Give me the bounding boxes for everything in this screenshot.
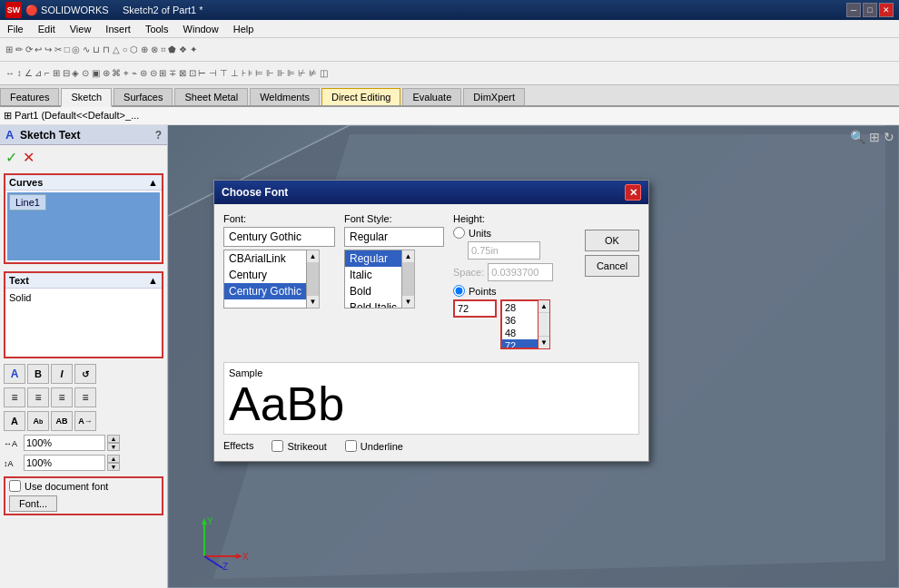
breadcrumb-text: ⊞ Part1 (Default<<Default>_...: [4, 110, 139, 122]
style-scroll-thumb: [402, 263, 414, 295]
subscript-button[interactable]: Ab: [27, 411, 49, 431]
italic-button[interactable]: I: [51, 364, 73, 384]
menu-tools[interactable]: Tools: [138, 20, 176, 37]
tab-weldments[interactable]: Weldments: [250, 88, 320, 105]
menu-view[interactable]: View: [63, 20, 99, 37]
curves-item[interactable]: Line1: [9, 194, 46, 211]
width-up-button[interactable]: ▲: [107, 435, 120, 443]
menu-insert[interactable]: Insert: [98, 20, 138, 37]
style-display[interactable]: Regular: [344, 227, 444, 247]
help-icon[interactable]: ?: [155, 129, 162, 142]
align-right-button[interactable]: ≡: [51, 387, 73, 407]
font-list-scrollbar[interactable]: ▲ ▼: [307, 250, 320, 309]
title-bar: SW 🔴 SOLIDWORKS Sketch2 of Part1 * ─ □ ✕: [0, 0, 899, 20]
viewport: X Y Z 🔍 ⊞ ↻ Choose Font ✕: [168, 125, 899, 588]
close-button[interactable]: ✕: [879, 3, 894, 17]
menu-edit[interactable]: Edit: [31, 20, 63, 37]
style-list-scrollbar[interactable]: ▲ ▼: [402, 250, 415, 309]
minimize-button[interactable]: ─: [846, 3, 861, 17]
ok-button[interactable]: OK: [585, 230, 639, 251]
width-icon: ↔A: [4, 437, 22, 448]
font-column: Font: Century Gothic CBArialLink Century…: [223, 213, 335, 355]
cancel-x[interactable]: ✕: [23, 149, 35, 166]
font-scroll-up[interactable]: ▲: [307, 250, 319, 263]
font-options-section: Use document font Font...: [4, 476, 163, 515]
units-radio[interactable]: [453, 227, 465, 239]
align-center-button[interactable]: ≡: [27, 387, 49, 407]
height-spinner[interactable]: ▲ ▼: [107, 455, 120, 471]
points-scroll-down[interactable]: ▼: [538, 336, 549, 348]
strikeout-checkbox[interactable]: [272, 440, 283, 452]
width-spinner[interactable]: ▲ ▼: [107, 435, 120, 451]
dialog-title-bar: Choose Font ✕: [214, 181, 648, 204]
window-controls[interactable]: ─ □ ✕: [846, 3, 894, 17]
width-input[interactable]: [24, 435, 105, 451]
cancel-button[interactable]: Cancel: [585, 255, 639, 277]
use-doc-font-label: Use document font: [25, 481, 108, 492]
strikeout-label: Strikeout: [287, 441, 326, 452]
tab-surfaces[interactable]: Surfaces: [114, 88, 173, 105]
text-arrow-button[interactable]: A→: [74, 411, 96, 431]
text-collapse-icon[interactable]: ▲: [148, 275, 158, 286]
underline-checkbox[interactable]: [345, 440, 357, 452]
style-italic[interactable]: Italic: [345, 267, 401, 283]
text-size-btn[interactable]: A: [4, 411, 25, 431]
text-content-area[interactable]: Solid: [5, 289, 162, 357]
align-left-button[interactable]: ≡: [4, 387, 25, 407]
space-input[interactable]: [488, 263, 553, 281]
sample-area: Sample AaBb: [223, 362, 639, 435]
menu-file[interactable]: File: [0, 20, 31, 37]
ok-checkmark[interactable]: ✓: [5, 149, 17, 166]
style-scroll-up[interactable]: ▲: [402, 250, 414, 263]
points-scrollbar[interactable]: ▲ ▼: [538, 299, 550, 349]
tab-direct-editing[interactable]: Direct Editing: [321, 88, 400, 105]
tab-evaluate[interactable]: Evaluate: [402, 88, 461, 105]
rotate-button[interactable]: ↺: [74, 364, 96, 384]
font-list[interactable]: CBArialLink Century Century Gothic: [223, 250, 307, 309]
units-input[interactable]: [468, 241, 540, 260]
bold-button[interactable]: B: [27, 364, 49, 384]
style-list[interactable]: Regular Italic Bold Bold Italic: [344, 250, 402, 309]
font-list-item-cbariallink[interactable]: CBArialLink: [224, 250, 306, 267]
tab-bar: Features Sketch Surfaces Sheet Metal Wel…: [0, 85, 899, 107]
menu-bar: File Edit View Insert Tools Window Help: [0, 20, 899, 38]
curves-collapse-icon[interactable]: ▲: [148, 177, 158, 188]
tab-sheet-metal[interactable]: Sheet Metal: [174, 88, 248, 105]
height-group: Units Space: Points: [453, 227, 576, 349]
tab-dimxpert[interactable]: DimXpert: [463, 88, 525, 105]
height-down-button[interactable]: ▼: [107, 463, 120, 471]
toolbar-2: ↔ ↕ ∠ ⊿ ⌐ ⊞ ⊟ ◈ ⊙ ▣ ⊛ ⌘ ⌖ ⌁ ⊜ ⊝ ⊞ ∓ ⊠ ⊡ …: [0, 62, 899, 85]
style-column: Font Style: Regular Regular Italic Bold …: [344, 213, 444, 355]
font-scroll-down[interactable]: ▼: [307, 295, 319, 308]
style-bold[interactable]: Bold: [345, 283, 401, 299]
points-input[interactable]: [453, 299, 497, 318]
ok-cancel-row: ✓ ✕: [0, 145, 167, 170]
height-input[interactable]: [24, 455, 105, 471]
units-label: Units: [469, 228, 491, 239]
dialog-main-row: Font: Century Gothic CBArialLink Century…: [223, 213, 639, 355]
style-bold-italic[interactable]: Bold Italic: [345, 299, 401, 309]
curves-section: Curves ▲ Line1: [4, 173, 163, 264]
font-display[interactable]: Century Gothic: [223, 227, 335, 247]
tab-features[interactable]: Features: [0, 88, 59, 105]
style-regular[interactable]: Regular: [345, 250, 401, 267]
use-doc-font-checkbox[interactable]: [9, 480, 21, 492]
font-button[interactable]: Font...: [9, 495, 57, 512]
points-scroll-up[interactable]: ▲: [538, 300, 549, 313]
style-col-label: Font Style:: [344, 213, 444, 224]
width-down-button[interactable]: ▼: [107, 443, 120, 451]
style-scroll-down[interactable]: ▼: [402, 295, 414, 308]
effects-label: Effects: [223, 440, 253, 452]
dialog-close-button[interactable]: ✕: [625, 184, 641, 201]
points-radio[interactable]: [453, 285, 465, 297]
menu-window[interactable]: Window: [176, 20, 226, 37]
text-ab-button[interactable]: AB: [51, 411, 73, 431]
align-justify-button[interactable]: ≡: [74, 387, 96, 407]
text-tool-button[interactable]: A: [4, 364, 25, 384]
tab-sketch[interactable]: Sketch: [61, 88, 112, 107]
maximize-button[interactable]: □: [863, 3, 877, 17]
font-list-item-century[interactable]: Century: [224, 267, 306, 283]
font-list-item-century-gothic[interactable]: Century Gothic: [224, 283, 306, 299]
height-up-button[interactable]: ▲: [107, 455, 120, 463]
menu-help[interactable]: Help: [226, 20, 262, 37]
